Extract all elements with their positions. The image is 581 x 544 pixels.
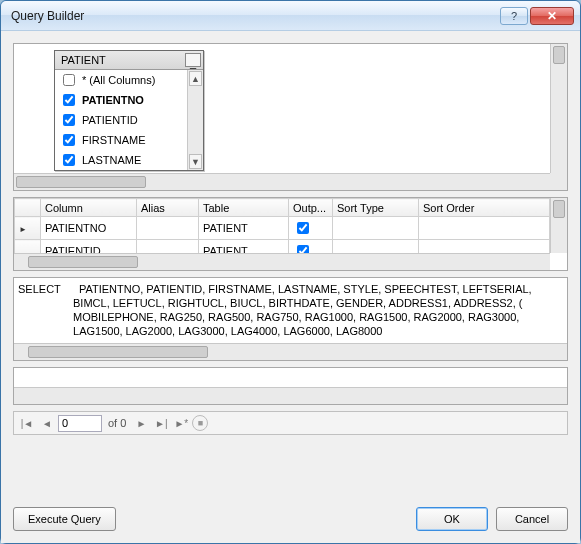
grid-scrollbar-vertical[interactable] <box>550 198 567 253</box>
column-checkbox[interactable] <box>63 74 75 86</box>
cancel-button[interactable]: Cancel <box>496 507 568 531</box>
execute-query-button[interactable]: Execute Query <box>13 507 116 531</box>
output-checkbox[interactable] <box>297 222 309 234</box>
sql-line: LAG1500, LAG2000, LAG3000, LAG4000, LAG6… <box>73 325 382 337</box>
column-item[interactable]: * (All Columns) <box>55 70 203 90</box>
sql-text[interactable]: SELECT PATIENTNO, PATIENTID, FIRSTNAME, … <box>18 282 563 338</box>
row-header-corner <box>15 199 41 217</box>
grid-header-row: Column Alias Table Outp... Sort Type Sor… <box>15 199 550 217</box>
grid-scrollbar-horizontal[interactable] <box>14 253 550 270</box>
column-label: FIRSTNAME <box>82 134 146 146</box>
column-list-scrollbar[interactable]: ▲ ▼ <box>187 70 203 170</box>
column-label: LASTNAME <box>82 154 141 166</box>
column-checkbox[interactable] <box>63 154 75 166</box>
close-button[interactable]: ✕ <box>530 7 574 25</box>
nav-next-icon[interactable]: ► <box>132 414 150 432</box>
column-item[interactable]: LASTNAME <box>55 150 203 170</box>
column-label: * (All Columns) <box>82 74 155 86</box>
nav-prev-icon[interactable]: ◄ <box>38 414 56 432</box>
dialog-button-row: Execute Query OK Cancel <box>13 507 568 531</box>
grid-row[interactable]: PATIENTNO PATIENT <box>15 217 550 240</box>
nav-new-icon[interactable]: ►* <box>172 414 190 432</box>
table-column-list: * (All Columns) PATIENTNO PATIENTID FIRS… <box>55 70 203 170</box>
column-label: PATIENTID <box>82 114 138 126</box>
criteria-grid[interactable]: Column Alias Table Outp... Sort Type Sor… <box>13 197 568 271</box>
col-header-output[interactable]: Outp... <box>289 199 333 217</box>
cell-sortorder[interactable] <box>419 217 550 240</box>
nav-stop-icon[interactable]: ■ <box>192 415 208 431</box>
column-item[interactable]: PATIENTID <box>55 110 203 130</box>
cell-sorttype[interactable] <box>333 217 419 240</box>
scroll-up-icon[interactable]: ▲ <box>189 71 202 86</box>
col-header-table[interactable]: Table <box>199 199 289 217</box>
sql-line: PATIENTNO, PATIENTID, FIRSTNAME, LASTNAM… <box>79 283 532 295</box>
diagram-scrollbar-vertical[interactable] <box>550 44 567 173</box>
query-builder-window: Query Builder ? ✕ PATIENT _ * (All Colum… <box>0 0 581 544</box>
col-header-alias[interactable]: Alias <box>137 199 199 217</box>
titlebar[interactable]: Query Builder ? ✕ <box>1 1 580 31</box>
diagram-panel[interactable]: PATIENT _ * (All Columns) PATIENTNO PATI… <box>13 43 568 191</box>
row-selector-icon[interactable] <box>15 217 41 240</box>
cell-alias[interactable] <box>137 217 199 240</box>
nav-position-input[interactable] <box>58 415 102 432</box>
column-checkbox[interactable] <box>63 94 75 106</box>
column-checkbox[interactable] <box>63 114 75 126</box>
results-panel[interactable] <box>13 367 568 405</box>
sql-scrollbar-horizontal[interactable] <box>14 343 567 360</box>
ok-button[interactable]: OK <box>416 507 488 531</box>
client-area: PATIENT _ * (All Columns) PATIENTNO PATI… <box>1 31 580 543</box>
column-item[interactable]: FIRSTNAME <box>55 130 203 150</box>
cell-output[interactable] <box>289 217 333 240</box>
col-header-sortorder[interactable]: Sort Order <box>419 199 550 217</box>
results-scrollbar-horizontal[interactable] <box>14 387 567 404</box>
table-panel-title: PATIENT <box>61 54 185 66</box>
sql-panel[interactable]: SELECT PATIENTNO, PATIENTID, FIRSTNAME, … <box>13 277 568 361</box>
nav-of-label: of 0 <box>108 417 126 429</box>
col-header-column[interactable]: Column <box>41 199 137 217</box>
column-label: PATIENTNO <box>82 94 144 106</box>
scroll-down-icon[interactable]: ▼ <box>189 154 202 169</box>
window-title: Query Builder <box>11 9 500 23</box>
cell-table[interactable]: PATIENT <box>199 217 289 240</box>
column-item[interactable]: PATIENTNO <box>55 90 203 110</box>
col-header-sorttype[interactable]: Sort Type <box>333 199 419 217</box>
record-navigator: |◄ ◄ of 0 ► ►| ►* ■ <box>13 411 568 435</box>
minimize-icon[interactable]: _ <box>185 53 201 67</box>
column-checkbox[interactable] <box>63 134 75 146</box>
nav-first-icon[interactable]: |◄ <box>18 414 36 432</box>
sql-keyword: SELECT <box>18 283 61 295</box>
table-panel-patient[interactable]: PATIENT _ * (All Columns) PATIENTNO PATI… <box>54 50 204 171</box>
table-panel-header[interactable]: PATIENT _ <box>55 51 203 70</box>
sql-line: BIMCL, LEFTUCL, RIGHTUCL, BIUCL, BIRTHDA… <box>73 297 522 309</box>
help-button[interactable]: ? <box>500 7 528 25</box>
diagram-scrollbar-horizontal[interactable] <box>14 173 550 190</box>
nav-last-icon[interactable]: ►| <box>152 414 170 432</box>
sql-line: MOBILEPHONE, RAG250, RAG500, RAG750, RAG… <box>73 311 519 323</box>
cell-column[interactable]: PATIENTNO <box>41 217 137 240</box>
scroll-corner <box>550 173 567 190</box>
